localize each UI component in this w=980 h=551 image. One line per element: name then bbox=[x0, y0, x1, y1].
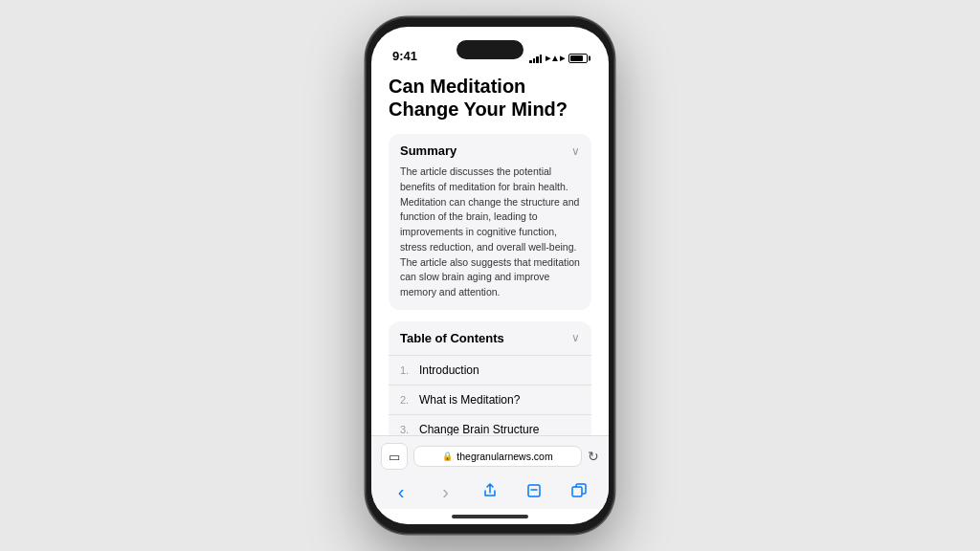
wifi-icon: ▸▲▸ bbox=[546, 53, 565, 63]
dynamic-island bbox=[457, 40, 523, 59]
bottom-toolbar: ▭ 🔒 thegranularnews.com ↻ ‹ › bbox=[371, 435, 609, 509]
toc-item-2[interactable]: 2. What is Meditation? bbox=[389, 385, 591, 414]
share-button[interactable] bbox=[475, 480, 505, 503]
svg-rect-0 bbox=[528, 485, 540, 496]
toc-label-2: What is Meditation? bbox=[419, 393, 520, 407]
toc-heading: Table of Contents bbox=[400, 331, 504, 345]
reload-icon[interactable]: ↻ bbox=[588, 449, 599, 464]
lock-icon: 🔒 bbox=[442, 452, 453, 461]
battery-fill bbox=[570, 55, 583, 61]
toc-chevron: ∨ bbox=[571, 331, 580, 344]
forward-button[interactable]: › bbox=[431, 480, 461, 503]
phone-screen: 9:41 ▸▲▸ Can Meditation Change Your Mind… bbox=[371, 27, 609, 524]
tab-button[interactable]: ▭ bbox=[381, 443, 408, 470]
bookmarks-button[interactable] bbox=[519, 480, 549, 503]
bookmarks-icon bbox=[526, 483, 542, 501]
share-icon bbox=[482, 483, 498, 501]
summary-card: Summary ∨ The article discusses the pote… bbox=[389, 134, 591, 310]
toc-header[interactable]: Table of Contents ∨ bbox=[389, 321, 591, 355]
summary-chevron: ∨ bbox=[571, 144, 580, 158]
summary-heading: Summary bbox=[400, 143, 457, 158]
article-title: Can Meditation Change Your Mind? bbox=[389, 75, 591, 121]
battery-icon bbox=[568, 54, 588, 63]
back-icon: ‹ bbox=[398, 481, 405, 503]
tab-icon: ▭ bbox=[389, 450, 400, 464]
back-button[interactable]: ‹ bbox=[386, 480, 416, 503]
home-bar bbox=[452, 515, 528, 518]
summary-header[interactable]: Summary ∨ bbox=[400, 143, 580, 158]
url-text: thegranularnews.com bbox=[457, 451, 552, 462]
toc-label-3: Change Brain Structure bbox=[419, 423, 539, 435]
toc-number-1: 1. bbox=[400, 364, 413, 376]
toc-label-1: Introduction bbox=[419, 364, 479, 377]
summary-text: The article discusses the potential bene… bbox=[400, 165, 580, 300]
tabs-button[interactable] bbox=[564, 480, 594, 503]
toc-card: Table of Contents ∨ 1. Introduction 2. W… bbox=[389, 321, 591, 435]
url-bar: ▭ 🔒 thegranularnews.com ↻ bbox=[371, 436, 609, 476]
status-time: 9:41 bbox=[392, 49, 417, 63]
toc-number-2: 2. bbox=[400, 394, 413, 406]
tabs-icon bbox=[571, 483, 587, 501]
home-indicator bbox=[371, 509, 609, 524]
toc-number-3: 3. bbox=[400, 424, 413, 435]
toc-item-1[interactable]: 1. Introduction bbox=[389, 355, 591, 385]
nav-bar: ‹ › bbox=[371, 476, 609, 509]
signal-icon bbox=[529, 54, 542, 63]
forward-icon: › bbox=[442, 481, 449, 503]
status-icons: ▸▲▸ bbox=[529, 53, 588, 63]
phone-device: 9:41 ▸▲▸ Can Meditation Change Your Mind… bbox=[366, 17, 614, 534]
content-area[interactable]: Can Meditation Change Your Mind? Summary… bbox=[371, 69, 609, 435]
toc-item-3[interactable]: 3. Change Brain Structure bbox=[389, 414, 591, 435]
svg-rect-2 bbox=[572, 487, 582, 496]
url-field[interactable]: 🔒 thegranularnews.com bbox=[413, 446, 582, 467]
